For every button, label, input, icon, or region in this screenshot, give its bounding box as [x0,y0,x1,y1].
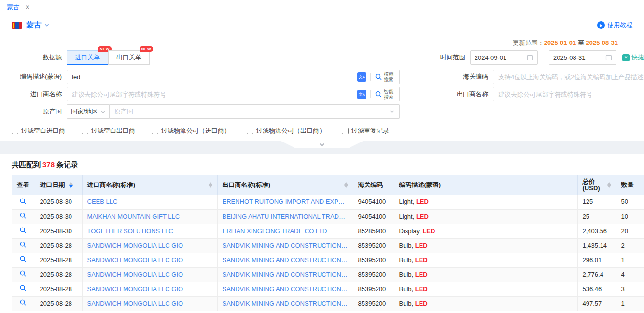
tutorial-link[interactable]: ▶ 使用教程 [597,21,632,29]
country-selector[interactable]: 蒙古 [26,20,42,30]
col-label: 总价 [583,178,595,185]
checkbox-filter-duplicates[interactable]: 过滤重复记录 [342,127,389,135]
quantity-cell: 1 [616,253,644,267]
col-total-usd[interactable]: 总价 (USD) [577,175,616,195]
importer-link[interactable]: MAIKHAN MOUNTAIN GIFT LLC [82,209,217,224]
sort-icon[interactable] [344,182,348,188]
importer-link[interactable]: SANDWICH MONGOLIA LLC GIO [82,253,217,267]
col-importer[interactable]: 进口商名称(标准) [82,175,217,195]
exporter-link[interactable]: SANDVIK MINING AND CONSTRUCTION L... [217,267,353,282]
checkbox[interactable] [152,128,158,134]
region-select[interactable]: 国家/地区 [67,104,110,119]
collapse-band [0,141,644,154]
sort-icon[interactable] [607,182,611,188]
col-exporter[interactable]: 出口商名称(标准) [217,175,353,195]
view-cell [12,209,35,224]
col-label: 进口日期 [40,181,65,189]
importer-link[interactable]: SANDWICH MONGOLIA LLC GIO [82,267,217,282]
translate-icon[interactable]: 文A [357,90,366,99]
checkbox-label: 过滤物流公司（出口商） [256,127,325,135]
chevron-down-icon [319,143,325,147]
translate-icon[interactable]: 文A [357,72,366,82]
view-magnifier-icon[interactable] [19,299,27,306]
origin-country-input[interactable]: 原产国 [110,104,400,119]
exporter-link[interactable]: SANDVIK MINING AND CONSTRUCTION L... [217,253,353,267]
checkbox[interactable] [342,128,349,134]
tab-export-label: 出口关单 [116,53,141,62]
table-row: 2025-08-28 SANDWICH MONGOLIA LLC GIO SAN… [12,253,644,267]
code-desc-inputbox: 文A 模糊搜索 [67,70,400,84]
exporter-label: 出口商名称 [431,90,493,99]
results-section: 共匹配到378条记录 查看 进口日期 进口商名称(标准) 出口商名称(标准) 海… [0,154,644,311]
code-desc-cell: Bulb, LED [394,282,577,296]
total-usd-cell: 296.01 [577,253,616,267]
total-usd-cell: 2,403.56 [577,224,616,238]
view-magnifier-icon[interactable] [19,256,27,263]
view-magnifier-icon[interactable] [19,270,27,277]
tab-import-declarations[interactable]: 进口关单 NEW [67,50,108,65]
quantity-cell: 2 [616,238,644,253]
importer-link[interactable]: SANDWICH MONGOLIA LLC GIO [82,282,217,296]
code-desc-cell: Display, LED [394,224,577,238]
end-date-picker[interactable]: 2025-08-31 [549,50,616,65]
smart-search-button[interactable]: 智能搜索 [375,89,399,100]
shortcut-icon: ✕ [622,54,630,61]
exporter-link[interactable]: SANDVIK MINING AND CONSTRUCTION L... [217,296,353,311]
checkbox-filter-blank-importer[interactable]: 过滤空白进口商 [12,127,65,135]
exporter-inputbox [493,87,644,101]
shortcut-label: 快捷 [631,53,644,62]
exporter-link[interactable]: BEIJING AHATU INTERNATIONAL TRADE C... [217,209,353,224]
hs-code-input[interactable] [498,70,644,84]
view-cell [12,267,35,282]
fuzzy-search-button[interactable]: 模糊搜索 [375,71,399,82]
exporter-link[interactable]: SANDVIK MINING AND CONSTRUCTION L... [217,238,353,253]
view-magnifier-icon[interactable] [19,198,27,205]
table-row: 2025-08-30 TOGETHER SOLUTIONS LLC ERLIAN… [12,224,644,238]
exporter-link[interactable]: ERLIAN XINGLONG TRADE CO LTD [217,224,353,238]
page-header: 蒙古 ▶ 使用教程 [0,14,644,36]
tab-mongolia[interactable]: 蒙古 ✕ [0,0,37,14]
code-desc-input[interactable] [72,70,357,84]
exporter-input[interactable] [498,87,644,101]
quantity-cell: 20 [616,224,644,238]
code-desc-cell: Bulb, LED [394,253,577,267]
checkbox[interactable] [82,128,88,134]
shortcut-button[interactable]: ✕ 快捷 [622,53,644,62]
checkbox-label: 过滤空白进口商 [21,127,65,135]
hs-code-cell: 94054100 [353,195,394,209]
view-cell [12,282,35,296]
hs-code-cell: 85395200 [353,296,394,311]
update-range: 更新范围：2025-01-01 至 2025-08-31 [513,39,644,47]
close-icon[interactable]: ✕ [25,4,30,11]
view-cell [12,253,35,267]
importer-input[interactable] [72,87,357,101]
collapse-handle[interactable] [281,141,363,148]
importer-link[interactable]: SANDWICH MONGOLIA LLC GIO [82,238,217,253]
start-date-picker[interactable]: 2024-09-01 [470,50,538,65]
checkbox-filter-blank-exporter[interactable]: 过滤空白出口商 [82,127,135,135]
sort-icon[interactable] [209,182,212,188]
time-range-label: 时间范围 [408,53,470,62]
tab-export-declarations[interactable]: 出口关单 NEW [108,50,150,65]
view-magnifier-icon[interactable] [19,285,27,292]
col-import-date[interactable]: 进口日期 [35,175,82,195]
total-usd-cell: 497.57 [577,296,616,311]
importer-link[interactable]: CEEB LLC [82,195,217,209]
col-view: 查看 [12,175,35,195]
checkbox[interactable] [12,128,18,134]
sort-icon[interactable] [69,182,73,188]
exporter-link[interactable]: SANDVIK MINING AND CONSTRUCTION L... [217,282,353,296]
importer-link[interactable]: TOGETHER SOLUTIONS LLC [82,224,217,238]
view-magnifier-icon[interactable] [19,227,27,234]
importer-link[interactable]: SANDWICH MONGOLIA LLC GIO [82,296,217,311]
tutorial-label: 使用教程 [607,21,632,29]
checkbox[interactable] [247,128,253,134]
table-row: 2025-08-28 SANDWICH MONGOLIA LLC GIO SAN… [12,296,644,311]
view-magnifier-icon[interactable] [19,241,27,248]
view-magnifier-icon[interactable] [19,212,27,219]
checkbox-filter-logistics-exporter[interactable]: 过滤物流公司（出口商） [247,127,325,135]
smart-search-label: 智能搜索 [384,89,395,100]
exporter-link[interactable]: ERENHOT RUITONG IMPORT AND EXPORT ... [217,195,353,209]
checkbox-filter-logistics-importer[interactable]: 过滤物流公司（进口商） [152,127,230,135]
chevron-down-icon[interactable] [44,23,49,28]
